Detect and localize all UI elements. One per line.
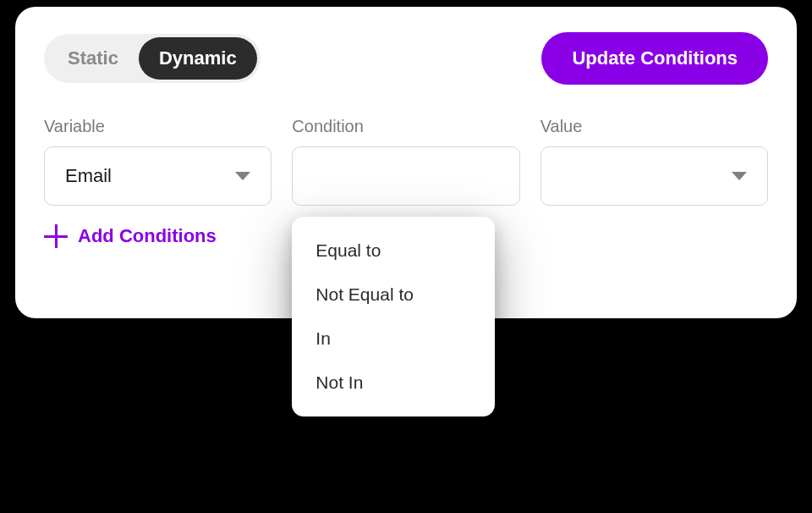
fields-row: Variable Email Condition Equal to Not Eq… (44, 117, 768, 206)
plus-icon (44, 224, 68, 248)
condition-option-not-in[interactable]: Not In (292, 361, 495, 405)
condition-dropdown-menu: Equal to Not Equal to In Not In (292, 217, 495, 416)
conditions-card: Static Dynamic Update Conditions Variabl… (15, 7, 797, 318)
chevron-down-icon (235, 172, 250, 180)
option-label: Not In (315, 372, 363, 392)
mode-toggle: Static Dynamic (44, 34, 261, 83)
toggle-static[interactable]: Static (47, 37, 139, 80)
variable-label: Variable (44, 117, 272, 136)
update-button-label: Update Conditions (572, 47, 738, 69)
condition-select[interactable] (292, 146, 519, 206)
variable-select[interactable]: Email (44, 146, 272, 206)
value-field-group: Value (540, 117, 768, 206)
variable-field-group: Variable Email (44, 117, 272, 206)
update-conditions-button[interactable]: Update Conditions (541, 32, 768, 85)
condition-option-equal[interactable]: Equal to (292, 229, 495, 273)
toggle-dynamic[interactable]: Dynamic (139, 37, 257, 80)
chevron-down-icon (732, 172, 747, 180)
add-conditions-button[interactable]: Add Conditions (44, 224, 217, 248)
value-label: Value (540, 117, 768, 136)
condition-option-in[interactable]: In (292, 317, 495, 361)
toggle-dynamic-label: Dynamic (159, 47, 237, 69)
add-conditions-label: Add Conditions (78, 225, 217, 247)
option-label: Not Equal to (315, 284, 414, 304)
top-row: Static Dynamic Update Conditions (44, 32, 768, 85)
variable-value: Email (65, 165, 112, 187)
condition-label: Condition (292, 117, 519, 136)
value-select[interactable] (540, 146, 768, 206)
option-label: Equal to (315, 240, 381, 260)
condition-field-group: Condition Equal to Not Equal to In Not I… (292, 117, 519, 206)
option-label: In (315, 328, 331, 348)
condition-option-not-equal[interactable]: Not Equal to (292, 273, 495, 317)
toggle-static-label: Static (68, 47, 118, 69)
